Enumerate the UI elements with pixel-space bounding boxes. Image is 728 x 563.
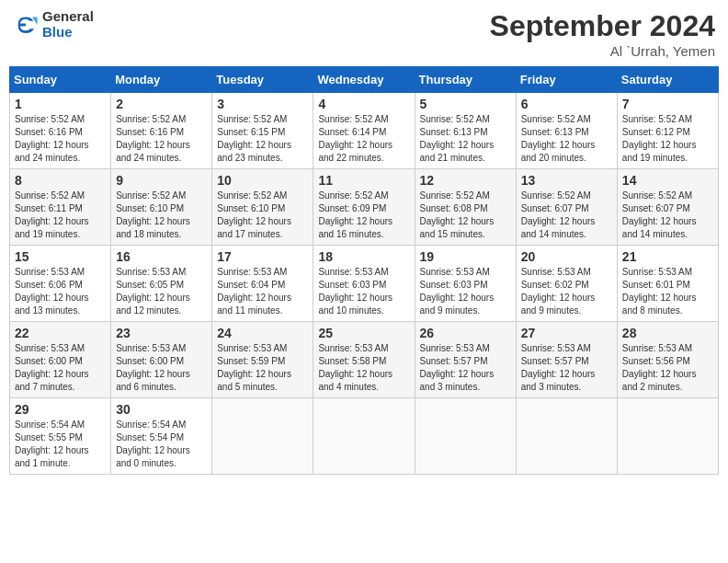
logo: General Blue (13, 9, 94, 40)
calendar-day-cell: 2 Sunrise: 5:52 AM Sunset: 6:16 PM Dayli… (111, 93, 212, 169)
day-number: 12 (420, 173, 511, 188)
calendar-day-cell: 16 Sunrise: 5:53 AM Sunset: 6:05 PM Dayl… (111, 246, 212, 322)
day-info: Sunrise: 5:53 AM Sunset: 5:57 PM Dayligh… (420, 342, 511, 394)
calendar-day-cell (212, 398, 313, 475)
day-number: 28 (622, 326, 713, 340)
day-number: 10 (217, 173, 308, 188)
calendar-day-cell: 25 Sunrise: 5:53 AM Sunset: 5:58 PM Dayl… (313, 322, 415, 398)
day-number: 19 (420, 249, 511, 264)
day-number: 7 (622, 97, 713, 111)
calendar-week-row: 1 Sunrise: 5:52 AM Sunset: 6:16 PM Dayli… (10, 93, 719, 169)
logo-general-text: General (42, 9, 94, 25)
day-number: 5 (420, 97, 511, 111)
day-info: Sunrise: 5:53 AM Sunset: 5:58 PM Dayligh… (318, 342, 409, 394)
calendar-day-cell: 3 Sunrise: 5:52 AM Sunset: 6:15 PM Dayli… (212, 93, 313, 169)
logo-icon (13, 12, 39, 38)
calendar-day-cell: 26 Sunrise: 5:53 AM Sunset: 5:57 PM Dayl… (415, 322, 516, 398)
day-info: Sunrise: 5:52 AM Sunset: 6:07 PM Dayligh… (622, 190, 713, 241)
calendar-day-cell: 14 Sunrise: 5:52 AM Sunset: 6:07 PM Dayl… (617, 169, 718, 246)
day-info: Sunrise: 5:52 AM Sunset: 6:16 PM Dayligh… (116, 113, 207, 165)
weekday-header: Saturday (617, 67, 718, 93)
weekday-header: Sunday (10, 67, 111, 93)
calendar-day-cell: 28 Sunrise: 5:53 AM Sunset: 5:56 PM Dayl… (617, 322, 718, 398)
day-info: Sunrise: 5:53 AM Sunset: 6:06 PM Dayligh… (15, 266, 106, 317)
day-number: 6 (521, 97, 612, 111)
day-number: 8 (15, 173, 106, 188)
location-title: Al `Urrah, Yemen (490, 43, 715, 59)
day-info: Sunrise: 5:53 AM Sunset: 6:04 PM Dayligh… (217, 266, 308, 317)
calendar-day-cell (617, 398, 718, 475)
day-number: 30 (116, 402, 207, 417)
day-info: Sunrise: 5:52 AM Sunset: 6:10 PM Dayligh… (116, 190, 207, 241)
day-info: Sunrise: 5:52 AM Sunset: 6:12 PM Dayligh… (622, 113, 713, 165)
day-info: Sunrise: 5:53 AM Sunset: 5:56 PM Dayligh… (622, 342, 713, 394)
day-info: Sunrise: 5:54 AM Sunset: 5:55 PM Dayligh… (15, 419, 106, 470)
calendar-day-cell: 17 Sunrise: 5:53 AM Sunset: 6:04 PM Dayl… (212, 246, 313, 322)
day-number: 25 (318, 326, 409, 340)
calendar-day-cell: 11 Sunrise: 5:52 AM Sunset: 6:09 PM Dayl… (313, 169, 415, 246)
calendar-table: SundayMondayTuesdayWednesdayThursdayFrid… (9, 66, 719, 475)
logo-blue-text: Blue (42, 25, 94, 40)
day-number: 20 (521, 249, 612, 264)
day-info: Sunrise: 5:52 AM Sunset: 6:11 PM Dayligh… (15, 190, 106, 241)
day-number: 23 (116, 326, 207, 340)
day-number: 18 (318, 249, 409, 264)
calendar-day-cell: 23 Sunrise: 5:53 AM Sunset: 6:00 PM Dayl… (111, 322, 212, 398)
day-info: Sunrise: 5:53 AM Sunset: 5:57 PM Dayligh… (521, 342, 612, 394)
day-info: Sunrise: 5:53 AM Sunset: 6:00 PM Dayligh… (15, 342, 106, 394)
calendar-week-row: 15 Sunrise: 5:53 AM Sunset: 6:06 PM Dayl… (10, 246, 719, 322)
calendar-day-cell: 15 Sunrise: 5:53 AM Sunset: 6:06 PM Dayl… (10, 246, 111, 322)
day-number: 16 (116, 249, 207, 264)
header: General Blue September 2024 Al `Urrah, Y… (9, 9, 719, 59)
day-info: Sunrise: 5:53 AM Sunset: 6:02 PM Dayligh… (521, 266, 612, 317)
day-info: Sunrise: 5:52 AM Sunset: 6:08 PM Dayligh… (420, 190, 511, 241)
weekday-header: Wednesday (313, 67, 415, 93)
calendar-day-cell: 18 Sunrise: 5:53 AM Sunset: 6:03 PM Dayl… (313, 246, 415, 322)
calendar-day-cell: 27 Sunrise: 5:53 AM Sunset: 5:57 PM Dayl… (516, 322, 617, 398)
day-info: Sunrise: 5:54 AM Sunset: 5:54 PM Dayligh… (116, 419, 207, 470)
calendar-header-row: SundayMondayTuesdayWednesdayThursdayFrid… (10, 67, 719, 93)
day-number: 3 (217, 97, 308, 111)
day-info: Sunrise: 5:53 AM Sunset: 6:03 PM Dayligh… (420, 266, 511, 317)
day-info: Sunrise: 5:53 AM Sunset: 6:03 PM Dayligh… (318, 266, 409, 317)
month-title: September 2024 (490, 9, 715, 43)
day-info: Sunrise: 5:52 AM Sunset: 6:09 PM Dayligh… (318, 190, 409, 241)
day-number: 1 (15, 97, 106, 111)
weekday-header: Thursday (415, 67, 516, 93)
calendar-day-cell (313, 398, 415, 475)
calendar-week-row: 29 Sunrise: 5:54 AM Sunset: 5:55 PM Dayl… (10, 398, 719, 475)
weekday-header: Monday (111, 67, 212, 93)
day-info: Sunrise: 5:53 AM Sunset: 6:01 PM Dayligh… (622, 266, 713, 317)
day-number: 22 (15, 326, 106, 340)
calendar-week-row: 22 Sunrise: 5:53 AM Sunset: 6:00 PM Dayl… (10, 322, 719, 398)
calendar-day-cell: 10 Sunrise: 5:52 AM Sunset: 6:10 PM Dayl… (212, 169, 313, 246)
day-info: Sunrise: 5:53 AM Sunset: 5:59 PM Dayligh… (217, 342, 308, 394)
calendar-week-row: 8 Sunrise: 5:52 AM Sunset: 6:11 PM Dayli… (10, 169, 719, 246)
calendar-day-cell: 22 Sunrise: 5:53 AM Sunset: 6:00 PM Dayl… (10, 322, 111, 398)
day-info: Sunrise: 5:52 AM Sunset: 6:16 PM Dayligh… (15, 113, 106, 165)
day-info: Sunrise: 5:52 AM Sunset: 6:07 PM Dayligh… (521, 190, 612, 241)
day-number: 21 (622, 249, 713, 264)
calendar-day-cell: 19 Sunrise: 5:53 AM Sunset: 6:03 PM Dayl… (415, 246, 516, 322)
day-info: Sunrise: 5:52 AM Sunset: 6:13 PM Dayligh… (420, 113, 511, 165)
title-area: September 2024 Al `Urrah, Yemen (490, 9, 715, 59)
day-number: 11 (318, 173, 409, 188)
day-number: 29 (15, 402, 106, 417)
calendar-day-cell: 1 Sunrise: 5:52 AM Sunset: 6:16 PM Dayli… (10, 93, 111, 169)
calendar-day-cell: 20 Sunrise: 5:53 AM Sunset: 6:02 PM Dayl… (516, 246, 617, 322)
day-info: Sunrise: 5:52 AM Sunset: 6:15 PM Dayligh… (217, 113, 308, 165)
calendar-day-cell: 7 Sunrise: 5:52 AM Sunset: 6:12 PM Dayli… (617, 93, 718, 169)
calendar-day-cell: 21 Sunrise: 5:53 AM Sunset: 6:01 PM Dayl… (617, 246, 718, 322)
day-number: 17 (217, 249, 308, 264)
calendar-day-cell (415, 398, 516, 475)
calendar-day-cell: 9 Sunrise: 5:52 AM Sunset: 6:10 PM Dayli… (111, 169, 212, 246)
day-number: 9 (116, 173, 207, 188)
day-number: 24 (217, 326, 308, 340)
calendar-day-cell: 4 Sunrise: 5:52 AM Sunset: 6:14 PM Dayli… (313, 93, 415, 169)
day-number: 2 (116, 97, 207, 111)
calendar-day-cell: 24 Sunrise: 5:53 AM Sunset: 5:59 PM Dayl… (212, 322, 313, 398)
calendar-day-cell: 5 Sunrise: 5:52 AM Sunset: 6:13 PM Dayli… (415, 93, 516, 169)
day-number: 15 (15, 249, 106, 264)
day-number: 26 (420, 326, 511, 340)
day-info: Sunrise: 5:53 AM Sunset: 6:05 PM Dayligh… (116, 266, 207, 317)
